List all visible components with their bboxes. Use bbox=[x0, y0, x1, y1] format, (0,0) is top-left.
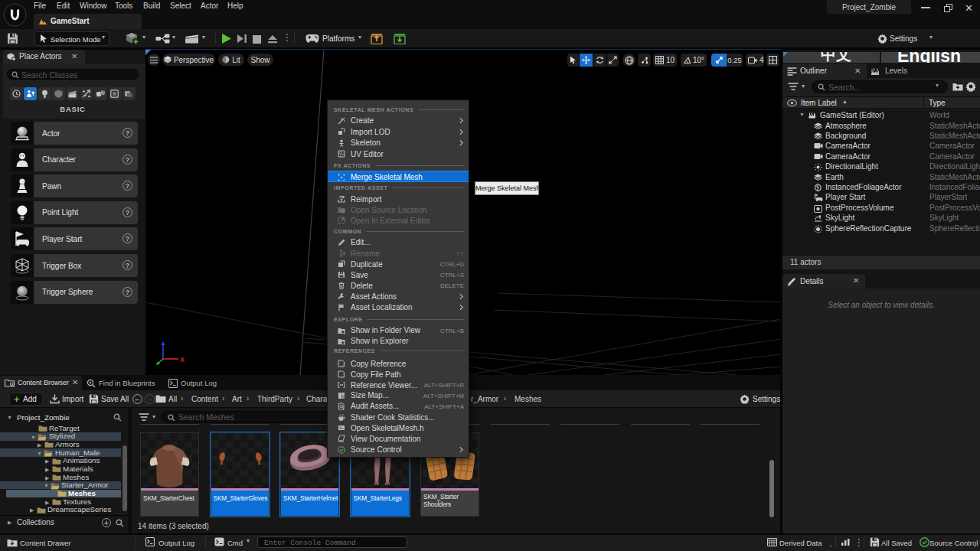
svg-text:X: X bbox=[180, 356, 185, 364]
